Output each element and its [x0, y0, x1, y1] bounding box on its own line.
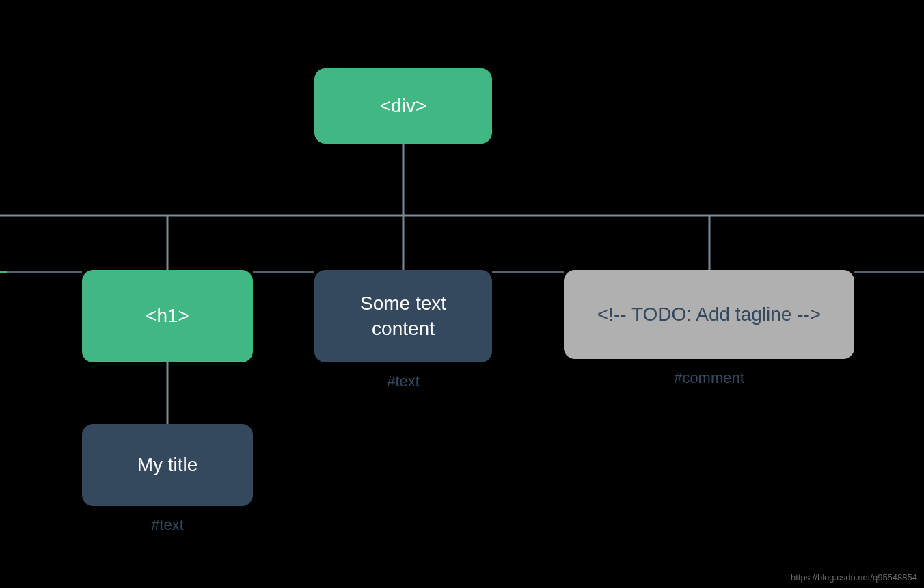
caption-text-content: #text — [314, 373, 492, 390]
node-div: <div> — [314, 68, 492, 144]
node-text-content: Some text content — [314, 270, 492, 362]
node-my-title: My title — [82, 424, 253, 506]
node-my-title-label: My title — [137, 453, 198, 477]
caption-my-title: #text — [82, 516, 253, 534]
node-comment: <!-- TODO: Add tagline --> — [564, 270, 854, 359]
watermark: https://blog.csdn.net/q95548854 — [791, 572, 917, 583]
node-div-label: <div> — [380, 94, 427, 118]
node-text-content-label: Some text content — [328, 291, 478, 341]
node-h1-label: <h1> — [146, 304, 189, 328]
caption-comment: #comment — [564, 369, 854, 387]
diagram-canvas: <div> <h1> Some text content #text <!-- … — [0, 0, 924, 588]
node-comment-label: <!-- TODO: Add tagline --> — [597, 302, 821, 327]
node-h1: <h1> — [82, 270, 253, 362]
